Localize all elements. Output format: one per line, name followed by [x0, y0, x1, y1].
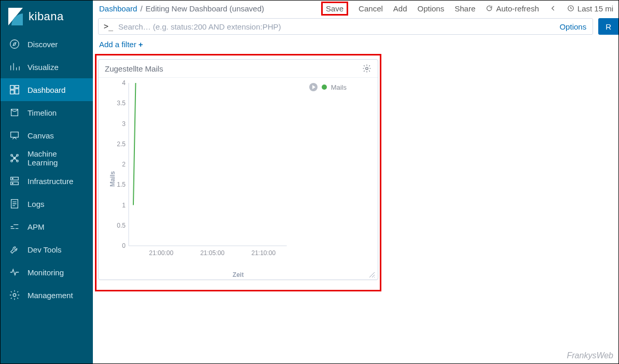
ml-icon — [9, 152, 20, 164]
svg-point-14 — [12, 183, 13, 184]
sidebar-item-infrastructure[interactable]: Infrastructure — [1, 170, 93, 192]
brand-name: kibana — [29, 10, 64, 23]
svg-text:0: 0 — [122, 242, 126, 249]
svg-text:21:10:00: 21:10:00 — [251, 249, 276, 257]
timepicker-button[interactable]: Last 15 mi — [567, 4, 613, 13]
svg-point-0 — [10, 40, 19, 49]
svg-rect-1 — [10, 86, 14, 89]
svg-text:1.5: 1.5 — [117, 181, 126, 188]
svg-text:1: 1 — [122, 202, 126, 209]
breadcrumb-root[interactable]: Dashboard — [99, 4, 137, 13]
logs-icon — [9, 198, 20, 209]
chart-svg: 00.511.522.533.5421:00:0021:05:0021:10:0… — [107, 80, 366, 267]
sidebar-item-label: Dev Tools — [27, 245, 62, 254]
wrench-icon — [9, 244, 20, 255]
filter-bar: Add a filter + — [93, 37, 618, 54]
timepicker-prev[interactable] — [549, 5, 557, 12]
panel-gear-icon[interactable] — [362, 64, 372, 73]
search-prompt-icon: >_ — [104, 22, 113, 31]
svg-point-16 — [13, 293, 16, 297]
sidebar-item-canvas[interactable]: Canvas — [1, 124, 93, 147]
breadcrumb: Dashboard / Editing New Dashboard (unsav… — [99, 4, 312, 13]
add-filter-label: Add a filter — [99, 40, 136, 49]
clock-icon — [567, 5, 574, 12]
sidebar-item-label: Canvas — [27, 131, 54, 140]
sidebar-item-logs[interactable]: Logs — [1, 192, 93, 215]
viz-panel[interactable]: Zugestellte Mails Mails Mails 00.511.522… — [98, 59, 378, 280]
sidebar-item-label: Infrastructure — [27, 177, 73, 186]
autorefresh-button[interactable]: Auto-refresh — [486, 4, 539, 13]
sidebar-item-label: Logs — [27, 200, 45, 208]
svg-text:21:00:00: 21:00:00 — [149, 249, 173, 257]
search-row: >_ Options R — [93, 16, 618, 37]
cancel-button[interactable]: Cancel — [359, 4, 383, 13]
svg-text:2: 2 — [122, 161, 126, 168]
sidebar-item-label: Visualize — [27, 63, 59, 72]
sidebar-item-label: Monitoring — [27, 268, 64, 277]
share-button[interactable]: Share — [455, 4, 475, 13]
compass-icon — [9, 38, 20, 50]
apm-icon — [9, 221, 20, 232]
svg-rect-4 — [10, 90, 14, 94]
sidebar-item-label: Dashboard — [27, 86, 65, 94]
timelion-icon — [9, 107, 20, 118]
gear-icon — [9, 289, 20, 301]
search-box[interactable]: >_ Options — [98, 18, 593, 35]
svg-text:2.5: 2.5 — [117, 141, 126, 148]
search-input[interactable] — [118, 22, 554, 31]
y-axis-label: Mails — [109, 171, 116, 186]
breadcrumb-sep: / — [140, 4, 142, 13]
svg-text:3.5: 3.5 — [117, 100, 126, 107]
sidebar-item-discover[interactable]: Discover — [1, 33, 93, 55]
sidebar-item-dashboard[interactable]: Dashboard — [1, 78, 93, 101]
svg-rect-5 — [11, 132, 19, 137]
refresh-icon — [486, 5, 493, 12]
svg-rect-3 — [15, 89, 19, 94]
watermark: FrankysWeb — [567, 351, 613, 360]
infrastructure-icon — [9, 175, 20, 187]
sidebar-item-apm[interactable]: APM — [1, 215, 93, 238]
search-options-link[interactable]: Options — [559, 22, 587, 31]
plus-icon: + — [139, 40, 143, 49]
topbar-actions: Save Cancel Add Options Share Auto-refre… — [321, 2, 613, 16]
resize-handle[interactable] — [368, 271, 376, 278]
sidebar-item-visualize[interactable]: Visualize — [1, 55, 93, 78]
breadcrumb-current: Editing New Dashboard (unsaved) — [146, 4, 264, 13]
sidebar-item-label: APM — [27, 222, 45, 231]
sidebar-nav: Discover Visualize Dashboard Timelion Ca… — [1, 33, 93, 306]
autorefresh-label: Auto-refresh — [496, 4, 539, 13]
sidebar-item-management[interactable]: Management — [1, 284, 93, 306]
panel-title: Zugestellte Mails — [105, 64, 163, 73]
canvas-icon — [9, 130, 20, 141]
search-run-button[interactable]: R — [598, 18, 618, 35]
dashboard-canvas[interactable]: Zugestellte Mails Mails Mails 00.511.522… — [93, 54, 618, 363]
panel-header: Zugestellte Mails — [99, 60, 378, 78]
sidebar-item-label: Machine Learning — [27, 149, 85, 167]
main-area: Dashboard / Editing New Dashboard (unsav… — [93, 1, 618, 363]
sidebar-item-label: Discover — [27, 40, 58, 49]
panel-body: Mails Mails 00.511.522.533.5421:00:0021:… — [99, 78, 378, 279]
dashboard-icon — [9, 84, 20, 95]
add-filter-button[interactable]: Add a filter + — [99, 40, 143, 49]
sidebar-item-monitoring[interactable]: Monitoring — [1, 261, 93, 284]
sidebar-item-ml[interactable]: Machine Learning — [1, 147, 93, 170]
options-button[interactable]: Options — [418, 4, 445, 13]
sidebar-item-timelion[interactable]: Timelion — [1, 101, 93, 124]
svg-text:4: 4 — [122, 80, 126, 87]
svg-text:0.5: 0.5 — [117, 222, 126, 229]
save-button[interactable]: Save — [321, 2, 348, 16]
svg-rect-2 — [15, 86, 19, 88]
timepicker-label: Last 15 mi — [577, 4, 613, 13]
sidebar-item-devtools[interactable]: Dev Tools — [1, 238, 93, 261]
svg-point-13 — [12, 178, 13, 179]
sidebar-item-label: Timelion — [27, 108, 57, 117]
brand-logo[interactable]: kibana — [1, 1, 93, 33]
svg-point-18 — [366, 67, 368, 70]
bar-chart-icon — [9, 61, 20, 73]
heartbeat-icon — [9, 267, 20, 278]
add-button[interactable]: Add — [393, 4, 407, 13]
svg-text:3: 3 — [122, 120, 126, 128]
sidebar-item-label: Management — [27, 291, 73, 300]
chart: Mails 00.511.522.533.5421:00:0021:05:002… — [107, 80, 369, 277]
topbar: Dashboard / Editing New Dashboard (unsav… — [93, 1, 618, 16]
